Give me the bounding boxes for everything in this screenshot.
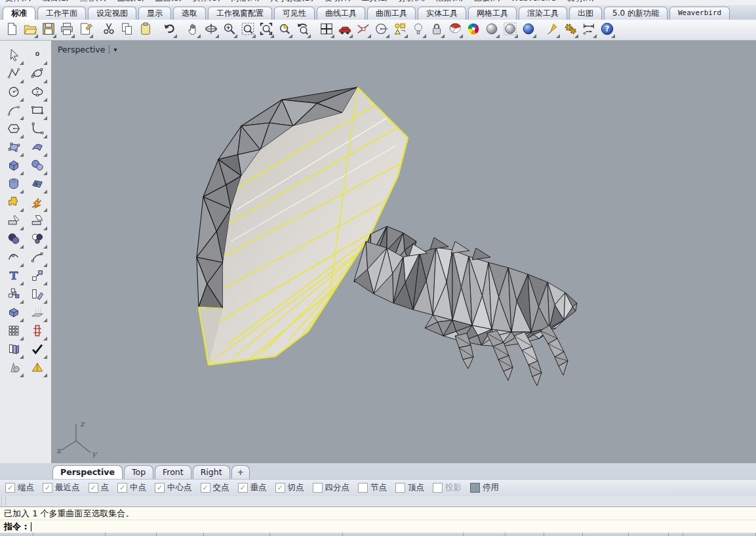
open-file-button[interactable] — [22, 22, 39, 39]
export-file-button[interactable] — [77, 22, 94, 39]
left-tool-polyline[interactable] — [4, 66, 24, 84]
toolbar-tab-显示[interactable]: 显示 — [138, 7, 171, 20]
toolbar-tab-曲面工具[interactable]: 曲面工具 — [367, 7, 416, 20]
osnap-perpendicular[interactable]: ✓垂点 — [238, 482, 267, 493]
toolbar-tab-Weaverbird[interactable]: Weaverbird — [669, 7, 730, 20]
copy-button[interactable] — [119, 22, 136, 39]
menu-item[interactable]: 说明(H) — [561, 0, 599, 4]
osnap-end-checkbox[interactable]: ✓ — [5, 483, 15, 493]
osnap-center-checkbox[interactable]: ✓ — [155, 483, 165, 493]
print-button[interactable] — [58, 22, 75, 39]
osnap-project[interactable]: 投影 — [433, 482, 462, 493]
menu-item[interactable]: Weaverbird — [506, 0, 561, 3]
viewport-title[interactable]: Perspective ▾ — [58, 45, 117, 54]
viewport-tab-front[interactable]: Front — [155, 465, 191, 479]
osnap-perpendicular-checkbox[interactable]: ✓ — [238, 483, 248, 493]
notifications-button[interactable] — [544, 22, 561, 39]
command-window-grip[interactable] — [1, 497, 6, 506]
left-tool-surface-network[interactable] — [28, 176, 47, 194]
help-button[interactable]: ? — [599, 22, 616, 39]
osnap-intersection[interactable]: ✓交点 — [201, 482, 229, 493]
layer-tools-button[interactable] — [391, 22, 408, 39]
viewport-title-dropdown-icon[interactable]: ▾ — [113, 46, 117, 53]
ghosted-viewport-button[interactable] — [502, 22, 519, 39]
undo-view-change-button[interactable] — [294, 22, 311, 39]
left-tool-surface-points[interactable] — [4, 139, 24, 157]
osnap-point[interactable]: ✓点 — [89, 482, 109, 493]
toolbar-tab-设定视图[interactable]: 设定视图 — [88, 7, 136, 20]
viewport-tab-add[interactable]: + — [231, 465, 250, 479]
command-prompt[interactable]: 指令 : — [0, 520, 756, 533]
menu-item[interactable]: 查看(V) — [74, 0, 112, 4]
left-tool-arc[interactable] — [4, 102, 24, 121]
left-tool-interpolate-curve[interactable] — [28, 66, 47, 84]
menu-item[interactable]: 分析(A) — [393, 0, 431, 4]
left-tool-fillet-curve[interactable] — [28, 121, 47, 139]
menu-item[interactable]: 实体(O) — [188, 0, 226, 4]
render-button[interactable] — [447, 22, 464, 39]
left-tool-explode[interactable] — [28, 194, 47, 213]
osnap-mid[interactable]: ✓中点 — [117, 482, 146, 493]
cplane-widget-button[interactable] — [355, 22, 372, 39]
left-tool-pyramid[interactable] — [28, 360, 47, 378]
left-tool-hatch[interactable] — [28, 286, 47, 304]
left-tool-group-objects[interactable] — [4, 286, 24, 304]
menu-item[interactable]: 工具(L) — [356, 0, 393, 4]
shaded-viewport-button[interactable] — [483, 22, 500, 39]
named-views-button[interactable] — [336, 22, 353, 39]
zoom-extents-button[interactable] — [258, 22, 275, 39]
osnap-disable[interactable]: 停用 — [470, 482, 499, 493]
zoom-window-button[interactable] — [239, 22, 256, 39]
left-tool-point[interactable] — [28, 47, 47, 66]
menu-item[interactable]: 编辑(E) — [37, 0, 74, 4]
osnap-quadrant-checkbox[interactable] — [313, 483, 323, 493]
osnap-knot[interactable]: 节点 — [358, 482, 387, 493]
menu-item[interactable]: 网格(M) — [226, 0, 265, 4]
left-tool-fillet-edge[interactable] — [4, 213, 24, 231]
viewport-layout-button[interactable] — [318, 22, 335, 39]
left-tool-array-grid[interactable] — [4, 323, 24, 341]
toolbar-tab-实体工具[interactable]: 实体工具 — [418, 7, 466, 20]
perspective-viewport[interactable]: Perspective ▾ z x y — [51, 41, 756, 463]
menu-item[interactable]: 曲面(S) — [150, 0, 188, 4]
osnap-knot-checkbox[interactable] — [358, 483, 368, 493]
zoom-dynamic-button[interactable] — [221, 22, 238, 39]
osnap-tangent-checkbox[interactable]: ✓ — [275, 483, 285, 493]
viewport-tab-right[interactable]: Right — [193, 465, 230, 479]
osnap-end[interactable]: ✓端点 — [5, 482, 34, 493]
osnap-near-checkbox[interactable]: ✓ — [43, 483, 52, 493]
osnap-center[interactable]: ✓中心点 — [155, 482, 192, 493]
osnap-vertex-checkbox[interactable] — [395, 483, 405, 493]
left-tool-extend-curve[interactable] — [28, 249, 47, 268]
left-tool-move-scale[interactable] — [28, 268, 47, 286]
left-tool-tube[interactable] — [4, 176, 24, 194]
osnap-vertex[interactable]: 顶点 — [395, 482, 424, 493]
menu-item[interactable]: 尺寸标注(D) — [265, 0, 319, 4]
toolbar-tab-网格工具[interactable]: 网格工具 — [468, 7, 517, 20]
toolbar-tab-渲染工具[interactable]: 渲染工具 — [519, 7, 567, 20]
osnap-near[interactable]: ✓最近点 — [43, 482, 80, 493]
rendered-viewport-button[interactable] — [520, 22, 537, 39]
toolbar-tab-5.0 的新功能[interactable]: 5.0 的新功能 — [604, 7, 667, 20]
menu-item[interactable]: 渲染(R) — [431, 0, 469, 4]
toolbar-tab-工作视窗配置[interactable]: 工作视窗配置 — [208, 7, 272, 20]
menu-item[interactable]: 面板(P) — [469, 0, 506, 4]
rotate-view-button[interactable] — [203, 22, 220, 39]
osnap-mid-checkbox[interactable]: ✓ — [117, 483, 127, 493]
left-tool-boolean-difference[interactable] — [28, 231, 47, 249]
left-tool-surface-patch[interactable] — [28, 139, 47, 157]
left-tool-box[interactable] — [4, 157, 24, 176]
lights-button[interactable] — [410, 22, 427, 39]
undo-button[interactable] — [161, 22, 178, 39]
menu-item[interactable]: 文件(F) — [0, 0, 37, 4]
cut-button[interactable] — [100, 22, 117, 39]
new-file-button[interactable] — [3, 22, 20, 39]
left-tool-boolean-split[interactable] — [4, 194, 24, 213]
left-tool-extract-surface[interactable] — [4, 341, 24, 360]
pan-view-button[interactable] — [184, 22, 201, 39]
dimensions-button[interactable] — [580, 22, 597, 39]
left-tool-spheres[interactable] — [28, 157, 47, 176]
lock-objects-button[interactable] — [428, 22, 445, 39]
render-settings-button[interactable] — [465, 22, 482, 39]
osnap-intersection-checkbox[interactable]: ✓ — [201, 483, 210, 493]
